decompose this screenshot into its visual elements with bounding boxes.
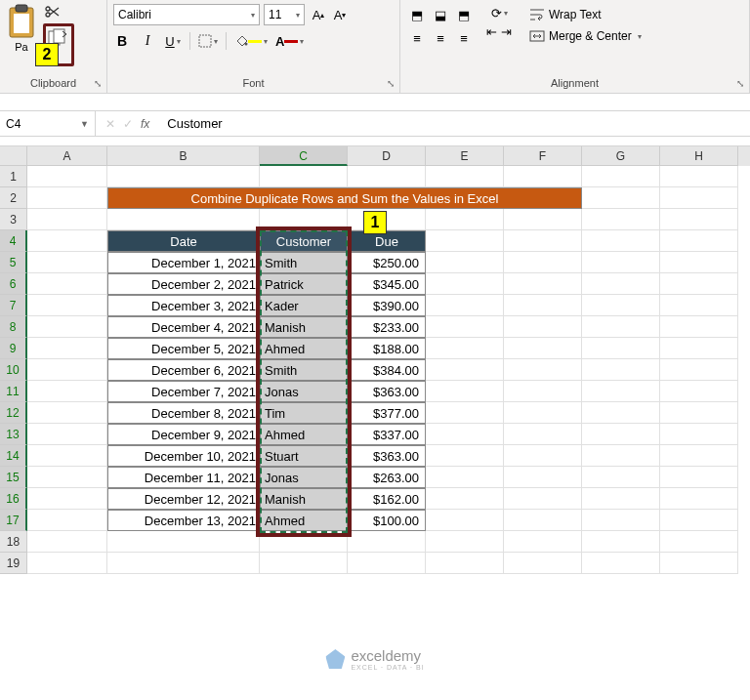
row-header[interactable]: 17	[0, 510, 27, 531]
cell-customer[interactable]: Ahmed	[260, 510, 348, 531]
row-header[interactable]: 18	[0, 531, 27, 553]
cell-date[interactable]: December 4, 2021	[107, 316, 260, 338]
spreadsheet-grid[interactable]: A B C D E F G H 12Combine Duplicate Rows…	[0, 146, 750, 574]
select-all-corner[interactable]	[0, 146, 27, 166]
cell-due[interactable]: $233.00	[348, 316, 426, 338]
fill-color-button[interactable]: ▾	[234, 31, 268, 51]
cell-due[interactable]: $100.00	[348, 510, 426, 531]
cell-customer[interactable]: Ahmed	[260, 338, 348, 359]
col-header-c[interactable]: C	[260, 146, 348, 166]
row-header[interactable]: 1	[0, 166, 27, 187]
cancel-formula-icon[interactable]: ✕	[105, 117, 115, 131]
row-header[interactable]: 15	[0, 467, 27, 488]
cell-due[interactable]: $345.00	[348, 273, 426, 295]
align-left-button[interactable]: ≡	[406, 27, 428, 49]
bold-button[interactable]: B	[113, 31, 131, 51]
cell-customer[interactable]: Smith	[260, 359, 348, 381]
cell-due[interactable]: $263.00	[348, 467, 426, 488]
col-header-f[interactable]: F	[504, 146, 582, 166]
italic-button[interactable]: I	[139, 31, 156, 51]
enter-formula-icon[interactable]: ✓	[123, 117, 133, 131]
col-header-g[interactable]: G	[582, 146, 660, 166]
cut-button[interactable]	[43, 2, 62, 21]
cell-date[interactable]: December 2, 2021	[107, 273, 260, 295]
header-due[interactable]: Due	[348, 230, 426, 252]
row-header[interactable]: 19	[0, 553, 27, 574]
fx-icon[interactable]: fx	[141, 117, 149, 131]
row-header[interactable]: 5	[0, 252, 27, 273]
col-header-a[interactable]: A	[27, 146, 107, 166]
col-header-h[interactable]: H	[660, 146, 738, 166]
cell-date[interactable]: December 8, 2021	[107, 402, 260, 424]
cell-date[interactable]: December 3, 2021	[107, 295, 260, 316]
row-header[interactable]: 14	[0, 445, 27, 467]
cell-customer[interactable]: Tim	[260, 402, 348, 424]
align-center-button[interactable]: ≡	[430, 27, 451, 49]
cell-customer[interactable]: Patrick	[260, 273, 348, 295]
cell-customer[interactable]: Kader	[260, 295, 348, 316]
merge-center-button[interactable]: Merge & Center▾	[525, 27, 646, 45]
cell-due[interactable]: $363.00	[348, 381, 426, 402]
align-right-button[interactable]: ≡	[453, 27, 475, 49]
col-header-e[interactable]: E	[426, 146, 504, 166]
cell-customer[interactable]: Manish	[260, 488, 348, 510]
row-header[interactable]: 4	[0, 230, 27, 252]
header-customer[interactable]: Customer	[260, 230, 348, 252]
cell-date[interactable]: December 10, 2021	[107, 445, 260, 467]
name-box[interactable]: C4▼	[0, 111, 96, 136]
row-header[interactable]: 11	[0, 381, 27, 402]
cell-date[interactable]: December 5, 2021	[107, 338, 260, 359]
col-header-b[interactable]: B	[107, 146, 260, 166]
font-size-select[interactable]: 11▾	[264, 4, 305, 25]
align-middle-button[interactable]: ⬓	[430, 4, 451, 25]
decrease-indent-button[interactable]: ⇤	[486, 24, 497, 39]
title-cell[interactable]: Combine Duplicate Rows and Sum the Value…	[107, 187, 582, 209]
cell-customer[interactable]: Jonas	[260, 381, 348, 402]
row-header[interactable]: 2	[0, 187, 27, 209]
cell-due[interactable]: $250.00	[348, 252, 426, 273]
align-top-button[interactable]: ⬒	[406, 4, 428, 25]
row-header[interactable]: 3	[0, 209, 27, 230]
borders-button[interactable]: ▾	[198, 31, 218, 51]
cell-date[interactable]: December 11, 2021	[107, 467, 260, 488]
cell-date[interactable]: December 6, 2021	[107, 359, 260, 381]
cell-customer[interactable]: Manish	[260, 316, 348, 338]
wrap-text-button[interactable]: Wrap Text	[525, 6, 646, 23]
cell-date[interactable]: December 13, 2021	[107, 510, 260, 531]
row-header[interactable]: 7	[0, 295, 27, 316]
cell-date[interactable]: December 12, 2021	[107, 488, 260, 510]
cell-due[interactable]: $337.00	[348, 424, 426, 445]
row-header[interactable]: 9	[0, 338, 27, 359]
row-header[interactable]: 10	[0, 359, 27, 381]
clipboard-launcher[interactable]: ⤡	[91, 77, 104, 91]
cell-date[interactable]: December 1, 2021	[107, 252, 260, 273]
cell-customer[interactable]: Ahmed	[260, 424, 348, 445]
decrease-font-button[interactable]: A▾	[330, 5, 350, 24]
increase-indent-button[interactable]: ⇥	[501, 24, 512, 39]
cell-due[interactable]: $363.00	[348, 445, 426, 467]
alignment-launcher[interactable]: ⤡	[733, 77, 747, 91]
font-launcher[interactable]: ⤡	[384, 77, 397, 91]
cell-due[interactable]: $384.00	[348, 359, 426, 381]
increase-font-button[interactable]: A▴	[309, 5, 328, 24]
row-header[interactable]: 8	[0, 316, 27, 338]
underline-button[interactable]: U▾	[164, 31, 182, 51]
header-date[interactable]: Date	[107, 230, 260, 252]
cell-customer[interactable]: Jonas	[260, 467, 348, 488]
cell-date[interactable]: December 7, 2021	[107, 381, 260, 402]
row-header[interactable]: 6	[0, 273, 27, 295]
cell-due[interactable]: $390.00	[348, 295, 426, 316]
row-header[interactable]: 12	[0, 402, 27, 424]
paste-button[interactable]: Pa	[4, 2, 39, 55]
col-header-d[interactable]: D	[348, 146, 426, 166]
font-name-select[interactable]: Calibri▾	[113, 4, 260, 25]
cell-due[interactable]: $377.00	[348, 402, 426, 424]
cell-due[interactable]: $162.00	[348, 488, 426, 510]
cell-customer[interactable]: Smith	[260, 252, 348, 273]
cell-due[interactable]: $188.00	[348, 338, 426, 359]
cell-date[interactable]: December 9, 2021	[107, 424, 260, 445]
align-bottom-button[interactable]: ⬒	[453, 4, 475, 25]
font-color-button[interactable]: A▾	[275, 31, 304, 51]
row-header[interactable]: 13	[0, 424, 27, 445]
row-header[interactable]: 16	[0, 488, 27, 510]
